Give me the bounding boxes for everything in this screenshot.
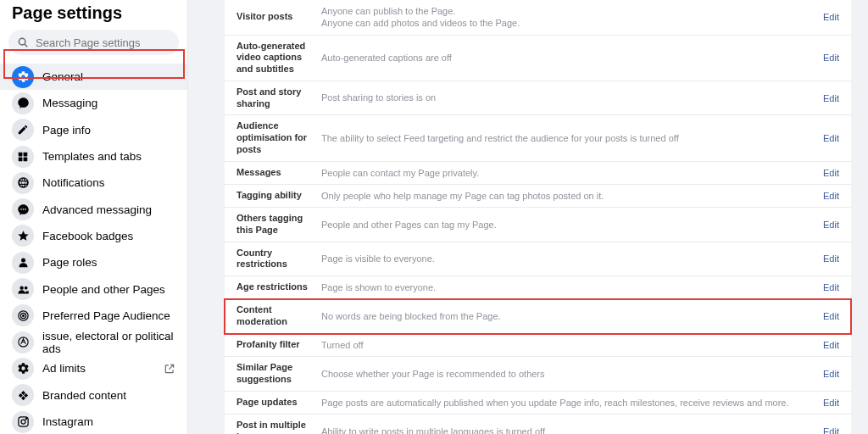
svg-point-10	[19, 286, 23, 289]
setting-row: Tagging abilityOnly people who help mana…	[225, 185, 851, 208]
search-input[interactable]	[34, 36, 180, 50]
sidebar-item-label: Facebook badges	[42, 230, 133, 242]
edit-link[interactable]: Edit	[823, 12, 839, 22]
setting-label: Tagging ability	[236, 190, 321, 202]
sidebar-item-advanced-messaging[interactable]: Advanced messaging	[0, 196, 187, 222]
people-icon	[12, 278, 34, 300]
setting-row: Auto-generated video captions and subtit…	[225, 36, 851, 81]
sidebar-item-label: People and other Pages	[42, 283, 165, 296]
svg-point-8	[25, 209, 26, 210]
sidebar-item-label: Page info	[42, 124, 91, 136]
setting-desc: Only people who help manage my Page can …	[321, 190, 823, 202]
gear-icon	[12, 66, 34, 88]
edit-link[interactable]: Edit	[823, 398, 839, 408]
chat-dots-icon	[12, 198, 34, 220]
sidebar-item-page-info[interactable]: Page info	[0, 117, 187, 143]
sidebar-item-label: Notifications	[42, 176, 105, 189]
search-box[interactable]	[8, 30, 179, 55]
sidebar-item-label: Instagram	[42, 415, 93, 428]
main-panel: Visitor postsAnyone can publish to the P…	[208, 0, 868, 434]
setting-label: Post and story sharing	[236, 86, 321, 110]
setting-row: Content moderationNo words are being blo…	[225, 299, 851, 334]
setting-desc: Choose whether your Page is recommended …	[321, 368, 823, 380]
setting-row: Visitor postsAnyone can publish to the P…	[225, 0, 851, 36]
setting-label: Content moderation	[236, 304, 321, 328]
person-icon	[12, 252, 34, 274]
sidebar-item-label: Messaging	[42, 97, 97, 109]
edit-link[interactable]: Edit	[823, 220, 839, 230]
setting-label: Post in multiple languages	[236, 420, 321, 434]
sidebar-item-templates-and-tabs[interactable]: Templates and tabs	[0, 143, 187, 170]
edit-link[interactable]: Edit	[823, 311, 839, 321]
setting-desc: Post sharing to stories is on	[321, 92, 823, 103]
setting-label: Others tagging this Page	[236, 213, 321, 236]
sidebar-item-label: Page roles	[42, 256, 97, 269]
edit-link[interactable]: Edit	[823, 369, 839, 379]
setting-label: Country restrictions	[236, 248, 321, 271]
svg-point-0	[19, 38, 25, 45]
svg-rect-3	[24, 152, 28, 156]
setting-row: Post in multiple languagesAbility to wri…	[225, 415, 851, 434]
svg-point-18	[25, 418, 26, 419]
sidebar-item-general[interactable]: General	[0, 64, 187, 90]
svg-rect-5	[24, 157, 28, 161]
svg-point-7	[22, 209, 24, 210]
sidebar-item-label: issue, electoral or political ads	[42, 330, 175, 355]
edit-link[interactable]: Edit	[823, 253, 839, 264]
page-title: Page settings	[12, 3, 187, 23]
setting-label: Audience optimisation for posts	[236, 120, 321, 155]
setting-desc: Auto-generated captions are off	[321, 52, 823, 64]
edit-link[interactable]: Edit	[823, 191, 839, 201]
handshake-icon	[12, 384, 34, 406]
sidebar-item-issue-electoral-or-political-ads[interactable]: issue, electoral or political ads	[0, 329, 187, 355]
svg-point-17	[21, 420, 25, 424]
sidebar-item-preferred-page-audience[interactable]: Preferred Page Audience	[0, 303, 187, 329]
grid-icon	[12, 146, 34, 168]
setting-row: MessagesPeople can contact my Page priva…	[225, 162, 851, 185]
target-icon	[12, 304, 34, 326]
edit-link[interactable]: Edit	[823, 168, 839, 178]
edit-link[interactable]: Edit	[823, 53, 839, 63]
setting-label: Auto-generated video captions and subtit…	[236, 41, 321, 75]
setting-desc: Page posts are automatically published w…	[321, 397, 823, 409]
search-icon	[17, 36, 29, 48]
sidebar-item-page-roles[interactable]: Page roles	[0, 249, 187, 275]
edit-link[interactable]: Edit	[823, 426, 839, 434]
setting-label: Messages	[236, 167, 321, 179]
setting-row: Similar Page suggestionsChoose whether y…	[225, 357, 851, 392]
sidebar-item-label: Advanced messaging	[42, 203, 152, 216]
sidebar-item-people-and-other-pages[interactable]: People and other Pages	[0, 275, 187, 302]
pencil-icon	[12, 119, 34, 141]
setting-desc: Turned off	[321, 339, 823, 351]
svg-rect-4	[19, 157, 23, 161]
external-link-icon	[164, 363, 175, 375]
sidebar-item-instagram[interactable]: Instagram	[0, 409, 187, 434]
setting-desc: Ability to write posts in multiple langu…	[321, 426, 823, 434]
setting-row: Profanity filterTurned offEdit	[225, 334, 851, 357]
edit-link[interactable]: Edit	[823, 340, 839, 350]
sidebar-item-branded-content[interactable]: Branded content	[0, 382, 187, 409]
setting-label: Similar Page suggestions	[236, 362, 321, 386]
settings-list: Visitor postsAnyone can publish to the P…	[225, 0, 851, 434]
gear-alt-icon	[12, 358, 34, 380]
star-icon	[12, 225, 34, 247]
sidebar-item-ad-limits[interactable]: Ad limits	[0, 355, 187, 381]
sidebar: Page settings GeneralMessagingPage infoT…	[0, 0, 188, 434]
edit-link[interactable]: Edit	[823, 93, 839, 103]
sidebar-item-facebook-badges[interactable]: Facebook badges	[0, 223, 187, 249]
sidebar-item-notifications[interactable]: Notifications	[0, 170, 187, 196]
chat-icon	[12, 92, 34, 114]
svg-point-11	[24, 286, 27, 289]
setting-label: Age restrictions	[236, 281, 321, 293]
edit-link[interactable]: Edit	[823, 282, 839, 292]
setting-label: Page updates	[236, 397, 321, 409]
setting-desc: People can contact my Page privately.	[321, 167, 823, 179]
setting-desc: The ability to select Feed targeting and…	[321, 132, 823, 144]
svg-point-14	[22, 314, 24, 316]
sidebar-item-messaging[interactable]: Messaging	[0, 90, 187, 116]
setting-desc: People and other Pages can tag my Page.	[321, 219, 823, 231]
edit-link[interactable]: Edit	[823, 133, 839, 143]
ad-icon	[12, 331, 34, 353]
sidebar-item-label: Preferred Page Audience	[42, 309, 170, 322]
globe-icon	[12, 172, 34, 194]
